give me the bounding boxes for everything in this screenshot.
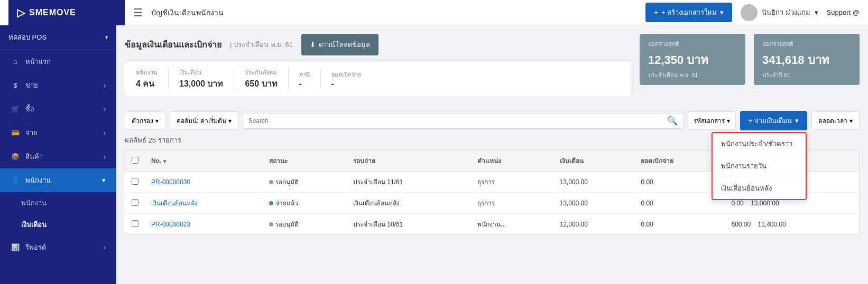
product-icon: 📦 [11,153,20,160]
pay-type-dropdown: พนักงานประจำ/ชั่วคราว พนักงานรายวัน เงิน… [712,132,807,200]
row-salary: 13,000.00 [553,172,635,193]
chevron-right-icon: › [104,129,106,137]
select-all-checkbox[interactable] [132,157,138,164]
report-icon: 📊 [11,243,20,251]
row-id: PR-00000023 [145,214,263,235]
home-icon: ⌂ [11,58,20,65]
row-select-checkbox[interactable] [132,178,138,185]
row-position: พนักงาน... [471,214,553,235]
sidebar-sub-item-employee[interactable]: พนักงาน [0,192,116,214]
row-period: ประจำเดือน 11/61 [347,172,471,193]
user-menu[interactable]: นันธิกา ม่วงแกม ▾ [741,4,818,21]
status-dot-pending [269,222,273,226]
row-id: เงินเดือนย้อนหลัง [145,193,263,214]
row-status: จ่ายแล้ว [263,193,347,214]
sidebar-item-employee[interactable]: 👤 พนักงาน ▾ [0,168,116,192]
time-filter-button[interactable]: ตลอดเวลา ▾ [811,111,860,130]
pos-section-header[interactable]: ทดสอบ POS ▾ [0,25,116,50]
table-row: PR-00000023 รออนุมัติ ประจำเดือน 10/61 พ… [125,214,859,235]
row-position: ธุรการ [471,193,553,214]
cart-icon: 🛒 [11,105,20,113]
row-period: ประจำเดือน 10/61 [347,214,471,235]
row-salary: 13,000.00 [553,193,635,214]
total-cards: ยอดจ่ายสุทธิ 12,350 บาท ประจำเดือน พ.ย. … [640,34,860,85]
summary-insurance: ประกันสังคม 650 บาท [234,68,288,90]
plus-icon: + [654,8,658,16]
row-period: เงินเดือนย้อนหลัง [347,193,471,214]
col-salary: เงินเดือน [553,150,635,172]
row-select-checkbox[interactable] [132,220,138,227]
employee-icon: 👤 [11,176,20,184]
checkbox-all-header[interactable] [125,150,145,172]
status-dot-pending [269,180,273,184]
sidebar-sub-item-salary[interactable]: เงินเดือน [0,214,116,235]
chevron-down-icon: ▾ [849,117,853,125]
page-title: ข้อมูลเงินเดือนและเบิกจ่าย [125,38,221,51]
row-partial: 600.00 11,400.00 [725,214,859,235]
page-title-row: ข้อมูลเงินเดือนและเบิกจ่าย | ประจำเดือน … [125,34,631,55]
sidebar-item-payment[interactable]: 💳 จ่าย › [0,121,116,145]
row-checkbox[interactable] [125,172,145,193]
row-status: รออนุมัติ [263,172,347,193]
column-button[interactable]: คอลัมน์: ค่าเริ่มต้น ▾ [170,111,238,130]
chevron-down-icon: ▾ [102,176,106,184]
topbar-title: บัญชีเงินเดือนพนักงาน [151,7,637,18]
row-expense: 0.00 [634,214,725,235]
topbar: ▷ SMEMOVE ☰ บัญชีเงินเดือนพนักงาน + + สร… [0,0,868,25]
avatar [741,4,758,21]
logo-area: ▷ SMEMOVE [8,0,125,25]
page-header-left: ข้อมูลเงินเดือนและเบิกจ่าย | ประจำเดือน … [125,34,631,106]
dropdown-item-regular[interactable]: พนักงานประจำ/ชั่วคราว [713,133,806,155]
sidebar-item-home[interactable]: ⌂ หน้าแรก [0,50,116,73]
chevron-down-icon: ▾ [795,117,799,125]
search-icon: 🔍 [667,116,678,126]
dropdown-item-daily[interactable]: พนักงานรายวัน [713,155,806,177]
row-select-checkbox[interactable] [132,199,138,206]
page-period: | ประจำเดือน พ.ย. 61 [230,39,293,50]
chevron-down-icon: ▾ [720,8,724,16]
doc-id-link[interactable]: PR-00000023 [151,221,190,228]
create-new-button[interactable]: + + สร้างเอกสารใหม่ ▾ [645,3,732,22]
total-card-yearly: ยอดจ่ายสุทธิ 341,618 บาท ประจำปี 61 [754,34,860,85]
summary-box: พนักงาน 4 คน เงินเดือน 13,000 บาท ประกัน… [125,61,631,97]
chevron-down-icon: ▾ [815,8,818,16]
toolbar-row: ตัวกรอง ▾ คอลัมน์: ค่าเริ่มต้น ▾ 🔍 รหัสเ… [125,111,860,130]
sidebar: ทดสอบ POS ▾ ⌂ หน้าแรก $ ขาย › 🛒 ซื้อ › 💳… [0,25,116,284]
chevron-down-icon: ▾ [228,117,232,125]
row-salary: 12,000.00 [553,214,635,235]
hamburger-icon[interactable]: ☰ [133,6,143,19]
pay-salary-button[interactable]: + จ่ายเงินเดือน ▾ [740,111,807,130]
chevron-down-icon: ▾ [155,117,159,125]
download-button[interactable]: ⬇ ดาวน์โหลดข้อมูล [301,34,378,55]
summary-salary: เงินเดือน 13,000 บาท [169,68,234,90]
filter-button[interactable]: ตัวกรอง ▾ [125,111,165,130]
status-dot-paid [269,201,273,205]
col-no: No. ▾ [145,150,263,172]
row-checkbox[interactable] [125,214,145,235]
col-period: รอบจ่าย [347,150,471,172]
chevron-right-icon: › [104,81,106,89]
doc-id-link[interactable]: PR-00000030 [151,178,190,186]
row-position: ธุรการ [471,172,553,193]
support-link[interactable]: Support @ [827,8,860,16]
app-layout: ทดสอบ POS ▾ ⌂ หน้าแรก $ ขาย › 🛒 ซื้อ › 💳… [0,25,868,284]
search-input[interactable] [248,113,667,128]
doc-filter-select[interactable]: รหัสเอกสาร ▾ [688,111,736,130]
dropdown-item-backdated[interactable]: เงินเดือนย้อนหลัง [713,177,806,199]
col-status: สถานะ [263,150,347,172]
summary-tax: ภาษี - [289,70,321,89]
dollar-icon: $ [11,81,20,89]
logo-icon: ▷ [17,6,25,19]
doc-id-link[interactable]: เงินเดือนย้อนหลัง [151,200,198,207]
total-card-monthly: ยอดจ่ายสุทธิ 12,350 บาท ประจำเดือน พ.ย. … [640,34,745,85]
chevron-right-icon: › [104,243,106,251]
row-status: รออนุมัติ [263,214,347,235]
sidebar-item-report[interactable]: 📊 รีพอรต์ › [0,235,116,259]
sidebar-item-product[interactable]: 📦 สินค้า › [0,145,116,168]
sidebar-item-sales[interactable]: $ ขาย › [0,73,116,97]
sort-icon[interactable]: ▾ [163,158,166,164]
sidebar-item-purchase[interactable]: 🛒 ซื้อ › [0,97,116,121]
col-position: ตำแหน่ง [471,150,553,172]
logo-text: SMEMOVE [29,8,76,17]
row-checkbox[interactable] [125,193,145,214]
